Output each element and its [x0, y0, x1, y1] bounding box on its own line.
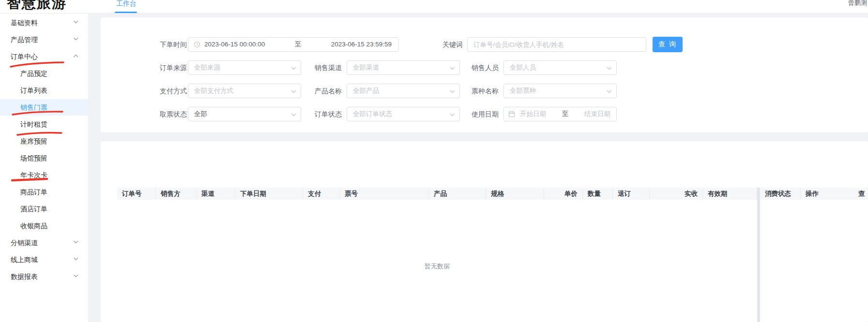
chevron-down-icon — [73, 240, 78, 244]
sidebar-item-label: 场馆预留 — [20, 154, 47, 162]
sales-channel-label: 销售渠道 — [304, 60, 342, 75]
chevron-down-icon — [291, 67, 296, 70]
clock-icon — [194, 41, 200, 48]
chevron-down-icon — [73, 37, 78, 41]
use-date-input[interactable]: 开始日期 至 结束日期 — [503, 107, 617, 121]
pay-method-select[interactable]: 全部支付方式 — [188, 84, 301, 98]
use-date-to-placeholder: 结束日期 — [584, 107, 610, 121]
sidebar-item-5[interactable]: 订单列表 — [0, 82, 88, 99]
table-column-header: 销售方 — [156, 188, 197, 200]
filter-panel: 下单时间 2023-06-15 00:00:00 至 2023-06-15 23… — [101, 17, 868, 132]
sidebar-item-label: 商品订单 — [20, 188, 47, 196]
order-time-input[interactable]: 2023-06-15 00:00:00 至 2023-06-15 23:59:5… — [188, 37, 399, 52]
sidebar-menu: 基础资料产品管理订单中心产品预定订单列表销售门票计时租赁座席预留场馆预留年卡次卡… — [0, 14, 88, 322]
sidebar-item-15[interactable]: 线上商城 — [0, 251, 88, 268]
table-column-header: 查 — [853, 188, 868, 200]
order-status-value: 全部订单状态 — [353, 110, 392, 117]
use-date-separator: 至 — [562, 107, 569, 121]
table-column-header: 订单号 — [117, 188, 156, 200]
sidebar-item-label: 年卡次卡 — [20, 171, 47, 179]
pickup-status-select[interactable]: 全部 — [188, 107, 301, 121]
pay-method-label: 支付方式 — [149, 84, 187, 98]
sidebar-item-14[interactable]: 分销渠道 — [0, 234, 88, 251]
empty-data-text: 暂无数据 — [117, 262, 757, 271]
chevron-up-icon — [73, 54, 78, 58]
table-column-header: 有效期 — [703, 188, 757, 200]
sidebar-item-10[interactable]: 年卡次卡 — [0, 167, 88, 183]
sidebar-item-label: 座席预留 — [20, 137, 47, 145]
table-header-row: 订单号销售方渠道下单日期支付票号产品规格单价数量退订实收有效期消费状态操作查 — [117, 188, 868, 200]
keyword-input[interactable] — [467, 37, 646, 52]
sidebar-item-1[interactable]: 基础资料 — [0, 15, 88, 31]
sidebar-item-3[interactable]: 订单中心 — [0, 48, 88, 65]
table-column-header: 票号 — [340, 188, 429, 200]
chevron-down-icon — [450, 113, 455, 117]
table-column-header: 渠道 — [197, 188, 235, 200]
order-time-from-value: 2023-06-15 00:00:00 — [204, 38, 265, 51]
order-source-value: 全部来源 — [194, 64, 220, 71]
order-source-label: 订单来源 — [149, 60, 187, 75]
sidebar-item-label: 销售门票 — [20, 103, 47, 111]
use-date-from-placeholder: 开始日期 — [520, 107, 546, 121]
chevron-down-icon — [450, 67, 455, 70]
sidebar-item-8[interactable]: 座席预留 — [0, 133, 88, 149]
fixed-column-divider — [757, 188, 760, 322]
order-time-to-value: 2023-06-15 23:59:59 — [331, 38, 392, 51]
app-bar: 智慧旅游 工作台 曾鹏测 — [0, 0, 868, 14]
table-column-header: 单价 — [544, 188, 583, 200]
sidebar-item-11[interactable]: 商品订单 — [0, 184, 88, 200]
sidebar-item-label: 线上商城 — [11, 256, 38, 263]
table-column-header: 数量 — [583, 188, 613, 200]
table-column-header: 操作 — [801, 188, 844, 200]
ticket-type-value: 全部票种 — [510, 87, 536, 94]
sidebar-item-6[interactable]: 销售门票 — [0, 99, 88, 116]
sales-channel-value: 全部渠道 — [353, 64, 379, 71]
order-status-label: 订单状态 — [304, 107, 342, 121]
pickup-status-value: 全部 — [194, 110, 207, 117]
table-column-header: 产品 — [429, 188, 486, 200]
table-column-header: 规格 — [486, 188, 544, 200]
sales-person-label: 销售人员 — [461, 60, 499, 75]
sidebar-item-13[interactable]: 收银商品 — [0, 218, 88, 234]
sidebar-item-7[interactable]: 计时租赁 — [0, 116, 88, 132]
table-column-header: 下单日期 — [235, 188, 303, 200]
sales-person-select[interactable]: 全部人员 — [503, 60, 617, 75]
sales-person-value: 全部人员 — [510, 64, 536, 71]
order-source-select[interactable]: 全部来源 — [188, 60, 301, 75]
use-date-label: 使用日期 — [461, 107, 499, 121]
sidebar-item-12[interactable]: 酒店订单 — [0, 201, 88, 217]
pay-method-value: 全部支付方式 — [194, 87, 233, 94]
header-spacer — [844, 188, 853, 200]
order-status-select[interactable]: 全部订单状态 — [347, 107, 460, 121]
order-time-label: 下单时间 — [149, 37, 187, 52]
sidebar-item-label: 收银商品 — [20, 222, 47, 230]
sidebar-item-4[interactable]: 产品预定 — [0, 65, 88, 82]
product-name-label: 产品名称 — [304, 84, 342, 98]
chevron-down-icon — [291, 113, 296, 117]
order-time-separator: 至 — [295, 38, 302, 51]
app-logo: 智慧旅游 — [7, 0, 67, 13]
tab-active-underline — [115, 12, 137, 13]
product-name-select[interactable]: 全部产品 — [347, 84, 460, 98]
ticket-type-select[interactable]: 全部票种 — [503, 84, 617, 98]
sidebar-item-label: 订单中心 — [11, 53, 38, 60]
product-name-value: 全部产品 — [353, 87, 379, 94]
search-button[interactable]: 查 询 — [653, 37, 683, 52]
sidebar-item-2[interactable]: 产品管理 — [0, 31, 88, 48]
tab-workbench[interactable]: 工作台 — [116, 0, 137, 8]
results-panel: 订单号销售方渠道下单日期支付票号产品规格单价数量退订实收有效期消费状态操作查 暂… — [101, 141, 868, 322]
table-column-header: 退订 — [613, 188, 650, 200]
sidebar-item-label: 分销渠道 — [11, 239, 38, 247]
sidebar-item-9[interactable]: 场馆预留 — [0, 150, 88, 166]
chevron-down-icon — [73, 20, 78, 24]
table-column-header: 消费状态 — [760, 188, 801, 200]
chevron-down-icon — [73, 274, 78, 278]
chevron-down-icon — [607, 90, 612, 93]
pickup-status-label: 取票状态 — [149, 107, 187, 121]
sales-channel-select[interactable]: 全部渠道 — [347, 60, 460, 75]
sidebar-item-16[interactable]: 数据报表 — [0, 268, 88, 285]
ticket-type-label: 票种名称 — [461, 84, 499, 98]
chevron-down-icon — [450, 90, 455, 93]
sidebar-item-label: 产品预定 — [20, 70, 47, 77]
keyword-label: 关键词 — [420, 37, 463, 52]
